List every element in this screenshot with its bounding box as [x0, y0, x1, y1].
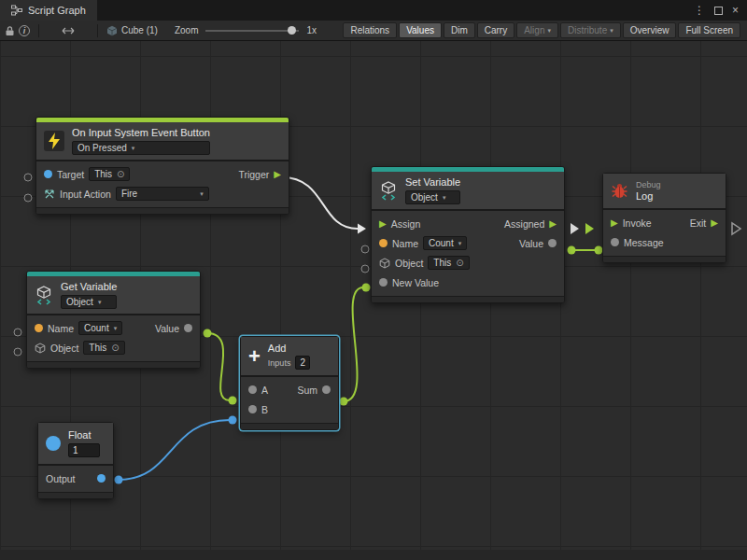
- value-port-icon[interactable]: [379, 278, 388, 287]
- message-label: Message: [624, 237, 664, 248]
- relations-button[interactable]: Relations: [343, 22, 397, 38]
- node-get-variable[interactable]: Get Variable Object ▾ Name Count ▾: [26, 271, 201, 369]
- object-value: This: [433, 258, 451, 268]
- node-float[interactable]: Float 1 Output: [37, 422, 114, 499]
- port-dot-add-sum[interactable]: [340, 398, 348, 406]
- value-port-icon[interactable]: [184, 324, 192, 332]
- values-button[interactable]: Values: [399, 22, 442, 38]
- port-ring-set-object[interactable]: [361, 265, 369, 273]
- dim-button[interactable]: Dim: [444, 22, 475, 38]
- string-port-icon[interactable]: [379, 239, 388, 247]
- node-set-variable[interactable]: Set Variable Object ▾ ▶ Assign Assigned …: [371, 166, 565, 303]
- event-mode-dropdown[interactable]: On Pressed ▾: [72, 141, 210, 155]
- variable-name-value: Count: [429, 238, 454, 248]
- object-field[interactable]: This ⊙: [83, 341, 124, 355]
- align-button[interactable]: Align ▾: [516, 22, 558, 38]
- wire-getvalue-addA[interactable]: [207, 333, 230, 400]
- node-title: Get Variable: [61, 281, 117, 292]
- flow-port-icon[interactable]: ▶: [611, 218, 618, 228]
- fit-view-icon[interactable]: [61, 26, 76, 35]
- port-row-b: B: [241, 399, 338, 419]
- target-object-field[interactable]: This ⊙: [89, 167, 130, 181]
- flow-port-icon[interactable]: ▶: [379, 219, 387, 229]
- flow-arrow-assigned-invoke: [571, 223, 579, 234]
- port-ring-get-name[interactable]: [14, 329, 21, 336]
- value-port-icon[interactable]: [611, 238, 619, 246]
- wire-float-addB[interactable]: [119, 420, 230, 480]
- port-dot-newvalue[interactable]: [362, 284, 371, 292]
- fullscreen-button[interactable]: Full Screen: [678, 22, 740, 38]
- info-icon[interactable]: i: [19, 25, 30, 36]
- port-ring-event-action[interactable]: [24, 194, 32, 202]
- variable-scope-dropdown[interactable]: Object ▾: [405, 190, 460, 204]
- graph-canvas[interactable]: On Input System Event Button On Pressed …: [0, 41, 747, 560]
- gameobject-cube-icon: [106, 25, 118, 36]
- port-row-invoke: ▶ Invoke Exit ▶: [603, 213, 726, 232]
- port-dot-add-b[interactable]: [229, 416, 237, 425]
- window-controls: ⋮ ×: [694, 0, 747, 21]
- node-header: On Input System Event Button On Pressed …: [36, 122, 289, 161]
- port-dot-float-output[interactable]: [115, 476, 123, 484]
- overview-button[interactable]: Overview: [623, 22, 677, 38]
- chevron-down-icon: ▾: [547, 27, 551, 35]
- distribute-button[interactable]: Distribute ▾: [560, 22, 621, 38]
- lock-icon[interactable]: [5, 25, 15, 36]
- inputs-label: Inputs: [268, 358, 291, 368]
- window-menu-icon[interactable]: ⋮: [694, 4, 705, 17]
- port-arrow-exit[interactable]: [732, 223, 740, 234]
- value-port-icon[interactable]: [322, 385, 331, 394]
- wire-trigger-assign[interactable]: [282, 177, 358, 229]
- inputs-count-field[interactable]: 2: [295, 356, 310, 370]
- flow-port-icon[interactable]: ▶: [274, 170, 281, 179]
- string-port-icon[interactable]: [35, 324, 43, 332]
- port-ring-event-target[interactable]: [24, 174, 32, 181]
- chevron-down-icon: ▾: [132, 145, 135, 152]
- zoom-slider[interactable]: [205, 30, 299, 32]
- flow-port-icon[interactable]: ▶: [549, 219, 557, 229]
- node-add[interactable]: + Add Inputs 2 A Sum: [240, 336, 339, 430]
- event-mode-value: On Pressed: [78, 143, 127, 153]
- port-ring-set-name[interactable]: [361, 245, 369, 253]
- variable-scope-dropdown[interactable]: Object ▾: [61, 295, 117, 309]
- wire-sum-newvalue[interactable]: [344, 287, 363, 401]
- cube-port-icon[interactable]: [379, 258, 390, 269]
- carry-button[interactable]: Carry: [477, 22, 514, 38]
- align-label: Align: [524, 25, 544, 35]
- scope-value: Object: [66, 297, 93, 307]
- gameobject-icon: [44, 170, 52, 178]
- context-breadcrumb[interactable]: Cube (1): [121, 25, 158, 35]
- window-maximize-icon[interactable]: [714, 7, 723, 15]
- input-action-dropdown[interactable]: Fire ▾: [116, 187, 209, 201]
- node-footer: [603, 256, 726, 262]
- cube-port-icon[interactable]: [35, 343, 46, 354]
- value-port-icon[interactable]: [548, 239, 557, 247]
- node-on-input-system-event-button[interactable]: On Input System Event Button On Pressed …: [35, 117, 289, 215]
- variable-name-dropdown[interactable]: Count ▾: [423, 236, 467, 250]
- wire-trigger-arrowhead: [358, 224, 366, 234]
- window-close-icon[interactable]: ×: [732, 4, 739, 17]
- object-picker-icon: ⊙: [456, 258, 463, 268]
- trigger-label: Trigger: [238, 169, 269, 180]
- node-header: Get Variable Object ▾: [27, 276, 200, 315]
- node-title: Float: [68, 429, 100, 441]
- port-dot-get-value[interactable]: [204, 329, 212, 338]
- object-value: This: [89, 343, 106, 353]
- port-dot-add-a[interactable]: [229, 397, 237, 405]
- port-dot-set-value[interactable]: [568, 246, 576, 255]
- float-value-field[interactable]: 1: [68, 443, 100, 457]
- tab-script-graph[interactable]: Script Graph: [0, 0, 97, 21]
- node-debug-log[interactable]: Debug Log ▶ Invoke Exit ▶ Message: [602, 173, 726, 263]
- lightning-icon: [44, 131, 64, 151]
- float-port-icon[interactable]: [97, 474, 106, 483]
- variable-name-dropdown[interactable]: Count ▾: [78, 321, 122, 335]
- scope-value: Object: [411, 192, 438, 203]
- value-port-icon[interactable]: [248, 385, 257, 394]
- chevron-down-icon: ▾: [458, 240, 462, 247]
- tab-bar: Script Graph ⋮ ×: [0, 0, 747, 21]
- flow-port-icon[interactable]: ▶: [711, 218, 718, 228]
- input-action-icon: [44, 189, 55, 200]
- object-field[interactable]: This ⊙: [428, 256, 469, 270]
- port-ring-get-object[interactable]: [14, 348, 21, 356]
- zoom-slider-handle[interactable]: [288, 26, 296, 35]
- value-port-icon[interactable]: [248, 405, 257, 413]
